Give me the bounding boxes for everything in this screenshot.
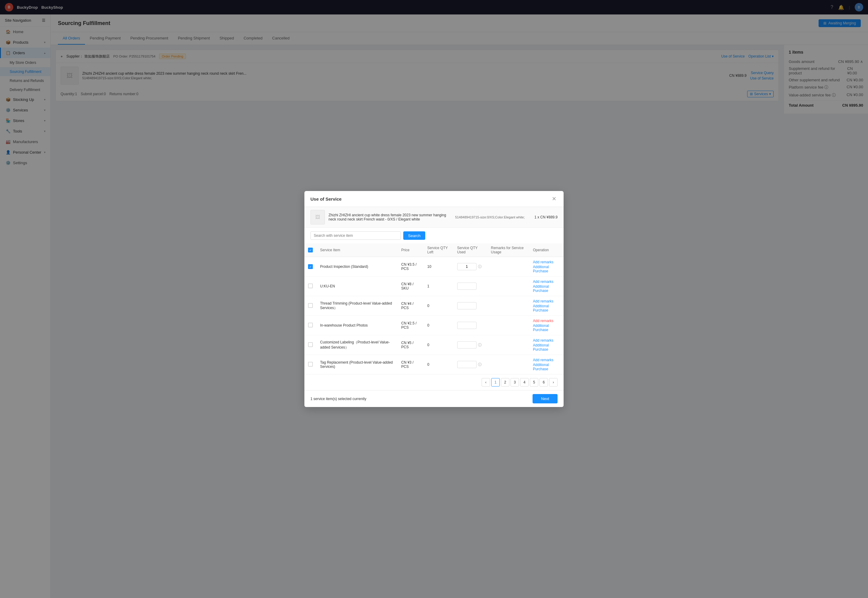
service-qty-left-4: 0	[427, 343, 430, 347]
modal-header: Use of Service ✕	[304, 191, 564, 207]
row-price-cell: CN ¥3.5 / PCS	[398, 257, 424, 277]
qty-used-input-0[interactable]	[457, 263, 476, 270]
service-price-2: CN ¥4 / PCS	[401, 302, 413, 310]
pagination-page-6[interactable]: 6	[539, 378, 548, 387]
info-icon[interactable]: ⓘ	[478, 265, 482, 269]
row-qty-used-cell	[453, 316, 487, 335]
row-remarks-cell	[487, 335, 530, 355]
service-checkbox-0[interactable]	[308, 264, 313, 269]
service-name-1: U:KU-EN	[320, 284, 335, 288]
service-table-row: Tag Replacement (Product-level Value-add…	[304, 355, 564, 374]
qty-used-input-4[interactable]	[457, 341, 476, 348]
info-icon[interactable]: ⓘ	[478, 362, 482, 367]
row-operation-cell: Add remarks Additional Purchase	[529, 316, 564, 335]
service-checkbox-1[interactable]	[308, 284, 313, 288]
row-service-name-cell: U:KU-EN	[316, 277, 398, 296]
service-table-body: Product Inspection (Standard) CN ¥3.5 / …	[304, 257, 564, 374]
row-qty-used-cell	[453, 277, 487, 296]
pagination-page-4[interactable]: 4	[520, 378, 529, 387]
modal-overlay[interactable]: Use of Service ✕ 🖼 Zhizhi ZHIZHI ancient…	[0, 0, 868, 598]
row-service-name-cell: In-warehouse Product Photos	[316, 316, 398, 335]
modal-search-bar: Search	[304, 228, 564, 244]
add-remarks-link-4[interactable]: Add remarks	[533, 338, 560, 342]
pagination-next[interactable]: ›	[549, 378, 558, 387]
service-name-4: Customized Labeling（Product-level Value-…	[320, 340, 390, 350]
service-price-4: CN ¥5 / PCS	[401, 341, 413, 349]
col-price: Price	[398, 244, 424, 257]
service-qty-left-2: 0	[427, 303, 430, 308]
row-checkbox-cell	[304, 277, 316, 296]
use-of-service-modal: Use of Service ✕ 🖼 Zhizhi ZHIZHI ancient…	[304, 191, 564, 407]
qty-used-input-2[interactable]	[457, 302, 476, 309]
qty-used-input-3[interactable]	[457, 322, 476, 329]
service-qty-left-5: 0	[427, 362, 430, 367]
info-icon[interactable]: ⓘ	[478, 343, 482, 347]
additional-purchase-link-2[interactable]: Additional Purchase	[533, 304, 560, 312]
service-search-input[interactable]	[310, 231, 401, 240]
col-qty-left: Service QTY Left	[424, 244, 453, 257]
row-price-cell: CN ¥4 / PCS	[398, 296, 424, 316]
add-remarks-link-1[interactable]: Add remarks	[533, 280, 560, 284]
additional-purchase-link-4[interactable]: Additional Purchase	[533, 343, 560, 351]
service-name-3: In-warehouse Product Photos	[320, 323, 368, 327]
modal-close-button[interactable]: ✕	[550, 195, 558, 202]
next-button[interactable]: Next	[533, 394, 558, 404]
modal-body: ✓ Service Item Price Service QTY Left Se…	[304, 244, 564, 390]
service-checkbox-2[interactable]	[308, 303, 313, 308]
row-qty-left-cell: 0	[424, 316, 453, 335]
col-remarks: Remarks for Service Usage	[487, 244, 530, 257]
footer-info: 1 service item(s) selected currently	[310, 397, 366, 401]
pagination-page-2[interactable]: 2	[501, 378, 509, 387]
service-table-row: In-warehouse Product Photos CN ¥2.5 / PC…	[304, 316, 564, 335]
row-qty-left-cell: 0	[424, 355, 453, 374]
service-qty-left-3: 0	[427, 323, 430, 327]
row-operation-cell: Add remarks Additional Purchase	[529, 296, 564, 316]
row-service-name-cell: Tag Replacement (Product-level Value-add…	[316, 355, 398, 374]
modal-product-qty: 1 x CN ¥889.9	[534, 215, 558, 219]
select-all-checkbox[interactable]: ✓	[308, 248, 313, 253]
qty-used-input-1[interactable]	[457, 283, 476, 290]
row-service-name-cell: Thread Trimming (Product-level Value-add…	[316, 296, 398, 316]
row-operation-cell: Add remarks Additional Purchase	[529, 355, 564, 374]
pagination-prev[interactable]: ‹	[482, 378, 490, 387]
modal-title: Use of Service	[310, 196, 341, 202]
add-remarks-link-3[interactable]: Add remarks	[533, 319, 560, 323]
service-checkbox-4[interactable]	[308, 342, 313, 347]
row-checkbox-cell	[304, 355, 316, 374]
row-price-cell: CN ¥5 / PCS	[398, 335, 424, 355]
row-qty-left-cell: 0	[424, 296, 453, 316]
row-checkbox-cell	[304, 316, 316, 335]
add-remarks-link-5[interactable]: Add remarks	[533, 358, 560, 362]
modal-product-sku: 5148489419715-size:0/XS;Color:Elegant wh…	[455, 215, 531, 219]
service-table: ✓ Service Item Price Service QTY Left Se…	[304, 244, 564, 374]
pagination-page-3[interactable]: 3	[510, 378, 519, 387]
additional-purchase-link-0[interactable]: Additional Purchase	[533, 265, 560, 273]
row-operation-cell: Add remarks Additional Purchase	[529, 335, 564, 355]
row-qty-used-cell	[453, 296, 487, 316]
service-checkbox-3[interactable]	[308, 323, 313, 327]
row-checkbox-cell	[304, 335, 316, 355]
service-table-row: Product Inspection (Standard) CN ¥3.5 / …	[304, 257, 564, 277]
add-remarks-link-2[interactable]: Add remarks	[533, 299, 560, 303]
col-qty-used: Service QTY Used	[453, 244, 487, 257]
modal-product-bar: 🖼 Zhizhi ZHIZHI ancient cup white dress …	[304, 207, 564, 228]
add-remarks-link-0[interactable]: Add remarks	[533, 260, 560, 264]
modal-footer: 1 service item(s) selected currently Nex…	[304, 390, 564, 407]
row-checkbox-cell	[304, 296, 316, 316]
pagination-page-5[interactable]: 5	[530, 378, 538, 387]
col-service-item: Service Item	[316, 244, 398, 257]
additional-purchase-link-3[interactable]: Additional Purchase	[533, 324, 560, 332]
service-price-0: CN ¥3.5 / PCS	[401, 262, 416, 271]
row-remarks-cell	[487, 296, 530, 316]
row-qty-left-cell: 0	[424, 335, 453, 355]
service-search-button[interactable]: Search	[403, 231, 425, 240]
additional-purchase-link-5[interactable]: Additional Purchase	[533, 363, 560, 371]
row-qty-left-cell: 10	[424, 257, 453, 277]
additional-purchase-link-1[interactable]: Additional Purchase	[533, 284, 560, 293]
qty-used-input-5[interactable]	[457, 361, 476, 368]
service-checkbox-5[interactable]	[308, 362, 313, 367]
pagination-page-1[interactable]: 1	[491, 378, 500, 387]
row-remarks-cell	[487, 316, 530, 335]
service-table-row: Customized Labeling（Product-level Value-…	[304, 335, 564, 355]
row-qty-used-cell: ⓘ	[453, 257, 487, 277]
